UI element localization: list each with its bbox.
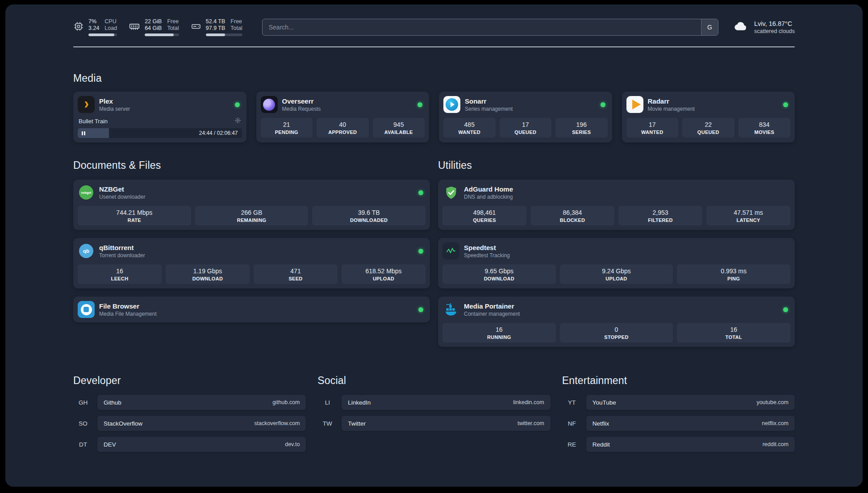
entertainment-section-title: Entertainment [562, 375, 795, 387]
social-section-title: Social [317, 375, 550, 387]
link-abbr: DT [73, 441, 93, 448]
portainer-whale-icon [442, 301, 459, 318]
section-media: Media Plex Media server [73, 72, 795, 142]
cpu-load-label: Load [104, 25, 117, 32]
link-dev[interactable]: DEV dev.to [97, 437, 306, 452]
stat-filtered: 2,953FILTERED [618, 206, 702, 226]
stat-upload: 9.24 GbpsUPLOAD [560, 264, 673, 284]
player-settings-gear-icon[interactable] [234, 117, 241, 125]
stat-movies: 834MOVIES [739, 118, 791, 138]
sonarr-icon [443, 96, 460, 113]
app-name: Sonarr [465, 97, 513, 105]
app-card-plex[interactable]: Plex Media server Bullet Train [73, 92, 246, 142]
app-card-overseerr[interactable]: Overseerr Media Requests 21PENDING 40APP… [256, 92, 430, 142]
link-abbr: GH [73, 399, 93, 406]
link-abbr: RE [562, 441, 582, 448]
cloud-icon [732, 19, 750, 35]
stat-blocked: 86,384BLOCKED [530, 206, 614, 226]
top-bar: 7% 3.24 CPU Load [73, 16, 795, 38]
search-engine-button[interactable]: G [701, 19, 718, 35]
app-card-nzbget[interactable]: nzbget NZBGet Usenet downloader 744.21 M… [73, 180, 430, 230]
ram-icon [129, 21, 140, 34]
link-abbr: NF [562, 420, 582, 427]
link-reddit[interactable]: Reddit reddit.com [586, 437, 795, 452]
stat-latency: 47.571 msLATENCY [706, 206, 790, 226]
app-description: Speedtest Tracking [464, 252, 510, 259]
developer-section-title: Developer [73, 375, 306, 387]
utilities-section-title: Utilities [438, 159, 795, 171]
ram-usage-bar [145, 33, 179, 36]
stat-series: 196SERIES [555, 118, 608, 138]
playback-time: 24:44 / 02:06:47 [199, 128, 238, 138]
status-online-dot [417, 102, 422, 107]
app-card-sonarr[interactable]: Sonarr Series management 485WANTED 17QUE… [439, 92, 612, 142]
status-online-dot [601, 102, 605, 107]
stat-wanted: 17WANTED [626, 118, 679, 138]
link-linkedin[interactable]: LinkedIn linkedin.com [342, 395, 550, 410]
link-row-linkedin: LI LinkedIn linkedin.com [317, 395, 550, 410]
app-name: Radarr [648, 97, 695, 105]
radarr-icon [626, 96, 643, 113]
app-description: Container management [464, 311, 520, 317]
stat-stopped: 0STOPPED [560, 323, 673, 343]
app-name: Media Portainer [464, 302, 520, 310]
adguard-shield-icon [442, 184, 459, 201]
app-description: Torrent downloader [99, 252, 145, 259]
stat-queued: 17QUEUED [500, 118, 552, 138]
disk-widget: 52.4 TB 97.9 TB Free Total [191, 18, 242, 36]
app-name: Plex [99, 97, 130, 105]
app-card-radarr[interactable]: Radarr Movie management 17WANTED 22QUEUE… [622, 92, 795, 142]
stat-download: 1.19 GbpsDOWNLOAD [166, 264, 250, 284]
cpu-icon [73, 21, 84, 33]
link-github[interactable]: Github github.com [97, 395, 306, 410]
ram-total: 64 GiB [145, 25, 162, 32]
app-card-filebrowser[interactable]: File Browser Media File Management [73, 297, 430, 322]
now-playing-title: Bullet Train [79, 118, 108, 125]
stat-downloaded: 39.6 TBDOWNLOADED [312, 206, 426, 226]
stat-seed: 471SEED [254, 264, 338, 284]
plex-icon [78, 96, 95, 113]
app-description: Movie management [648, 106, 695, 112]
search-input[interactable] [262, 19, 718, 36]
pause-icon[interactable] [82, 131, 85, 135]
stat-approved: 40APPROVED [317, 118, 369, 138]
status-online-dot [783, 307, 788, 312]
app-name: NZBGet [99, 185, 145, 193]
link-abbr: LI [317, 399, 337, 406]
link-abbr: YT [562, 399, 582, 406]
playback-progress-bar[interactable]: 24:44 / 02:06:47 [78, 128, 242, 138]
app-card-adguard[interactable]: AdGuard Home DNS and adblocking 498,461Q… [438, 180, 795, 230]
app-card-speedtest[interactable]: Speedtest Speedtest Tracking 9.65 GbpsDO… [438, 238, 795, 288]
overseerr-icon [261, 96, 278, 113]
filebrowser-icon [78, 301, 95, 318]
app-name: qBittorrent [99, 244, 145, 251]
qbittorrent-icon: qb [78, 242, 95, 259]
link-stackoverflow[interactable]: StackOverflow stackoverflow.com [97, 416, 306, 431]
stat-queued: 22QUEUED [682, 118, 734, 138]
weather-widget: Lviv, 16.87°C scattered clouds [732, 19, 795, 35]
documents-section-title: Documents & Files [73, 159, 430, 171]
link-netflix[interactable]: Netflix netflix.com [586, 416, 795, 431]
link-row-dev: DT DEV dev.to [73, 437, 306, 452]
stat-queries: 498,461QUERIES [442, 206, 526, 226]
link-youtube[interactable]: YouTube youtube.com [586, 395, 795, 410]
cpu-widget: 7% 3.24 CPU Load [73, 18, 117, 36]
disk-free-label: Free [230, 18, 242, 25]
link-twitter[interactable]: Twitter twitter.com [342, 416, 550, 431]
link-row-netflix: NF Netflix netflix.com [562, 416, 795, 431]
section-social: Social LI LinkedIn linkedin.com TW Twitt… [317, 375, 550, 458]
ram-widget: 22 GiB 64 GiB Free Total [129, 18, 179, 36]
app-card-qbittorrent[interactable]: qb qBittorrent Torrent downloader 16LEEC… [73, 238, 430, 288]
stat-upload: 618.52 MbpsUPLOAD [342, 264, 426, 284]
status-online-dot [418, 190, 423, 195]
cpu-percent: 7% [88, 18, 99, 25]
stat-wanted: 485WANTED [443, 118, 496, 138]
disk-icon [191, 21, 201, 33]
media-section-title: Media [73, 72, 795, 84]
cpu-label: CPU [104, 18, 117, 25]
app-card-portainer[interactable]: Media Portainer Container management 16R… [438, 297, 795, 347]
stat-leech: 16LEECH [78, 264, 162, 284]
link-abbr: TW [317, 420, 337, 427]
app-name: AdGuard Home [464, 185, 513, 193]
status-online-dot [418, 307, 423, 312]
